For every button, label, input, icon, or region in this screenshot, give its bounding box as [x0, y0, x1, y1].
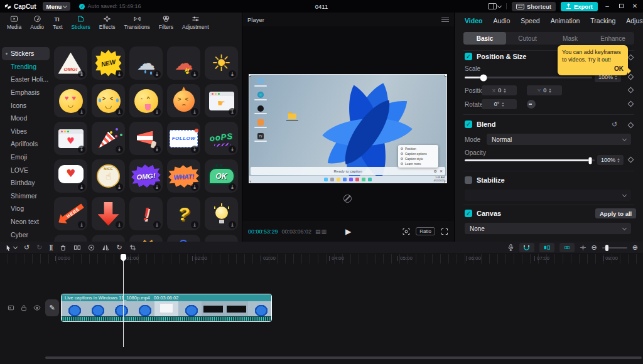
stepper-icon[interactable] [549, 88, 551, 93]
sticker-heart-speech-bubble[interactable]: ♥⤓ [54, 159, 87, 193]
preview-quality-icon[interactable]: ▤▥ [315, 228, 327, 235]
category-shimmer[interactable]: Shimmer [2, 190, 50, 203]
category-neon-text[interactable]: Neon text [2, 215, 50, 228]
category-vibes[interactable]: Vibes [2, 125, 50, 138]
download-icon[interactable]: ⤓ [191, 183, 198, 191]
download-icon[interactable]: ⤓ [78, 70, 85, 78]
sticker-party-popper[interactable]: ⤓ [92, 122, 125, 155]
position-y-field[interactable]: Y 0 [527, 85, 562, 95]
hide-track-icon[interactable] [33, 303, 41, 312]
download-icon[interactable]: ⤓ [116, 70, 123, 78]
download-icon[interactable]: ⤓ [78, 108, 85, 115]
tab-stickers[interactable]: Stickers [67, 13, 95, 33]
checkbox-unchecked[interactable]: ✓ [465, 176, 472, 184]
split-icon[interactable]: ][ [49, 245, 53, 250]
category-emoji[interactable]: Emoji [2, 151, 50, 164]
edit-cover-button[interactable]: ✎ [45, 299, 59, 316]
tab-animation[interactable]: Animation [551, 17, 580, 24]
tab-adjustment[interactable]: Adjustment [178, 13, 213, 33]
subtab-enhance[interactable]: Enhance [592, 32, 634, 45]
download-icon[interactable]: ⤓ [229, 146, 236, 153]
download-icon[interactable]: ⤓ [229, 183, 236, 191]
category-trending[interactable]: Trending [2, 60, 50, 73]
zoom-in-icon[interactable]: ⊕ [632, 244, 638, 251]
download-icon[interactable]: ⤓ [191, 70, 198, 78]
download-icon[interactable]: ⤓ [191, 221, 198, 228]
category-cyber[interactable]: Cyber [2, 228, 50, 241]
download-icon[interactable]: ⤓ [191, 146, 198, 153]
category-easter-holi-[interactable]: Easter Holi... [2, 73, 50, 86]
lock-track-icon[interactable] [19, 303, 28, 312]
download-icon[interactable]: ⤓ [153, 70, 161, 78]
video-preview[interactable]: 7z PositionCaption optionsCaption styleL… [249, 74, 447, 183]
tab-effects[interactable]: Effects [95, 13, 120, 33]
sticker-laughing-sun[interactable]: ☀◡⤓ [205, 46, 238, 80]
playhead-line[interactable] [123, 254, 124, 347]
download-icon[interactable]: ⤓ [116, 146, 123, 153]
download-icon[interactable]: ⤓ [153, 183, 161, 191]
download-icon[interactable]: ⤓ [116, 183, 123, 191]
minimize-button[interactable]: – [603, 0, 612, 13]
tab-text[interactable]: TI Text [48, 13, 67, 33]
shortcut-button[interactable]: Shortcut [512, 2, 556, 11]
category-stickers[interactable]: Stickers [2, 47, 50, 60]
category-vlog[interactable]: Vlog [2, 202, 50, 215]
sticker-new-burst[interactable]: NEW⤓ [92, 46, 125, 80]
layout-switch-button[interactable] [488, 3, 501, 9]
maximize-button[interactable] [617, 0, 625, 13]
sticker-here-arrow[interactable]: HERE⤓ [54, 197, 87, 230]
category-emphasis[interactable]: Emphasis [2, 86, 50, 99]
rotate-knob-icon[interactable] [527, 100, 536, 109]
stepper-icon[interactable] [615, 75, 617, 80]
download-icon[interactable]: ⤓ [191, 108, 198, 115]
tab-video[interactable]: Video [465, 17, 482, 24]
timeline-scrollbar[interactable] [45, 356, 642, 359]
tab-adjustment-settings[interactable]: Adjustment [626, 17, 643, 24]
sticker-omg-triangle[interactable]: OMG!⤓ [54, 46, 87, 80]
category-aprilfools[interactable]: Aprilfools [2, 137, 50, 151]
tab-audio-settings[interactable]: Audio [493, 17, 510, 24]
transform-handle[interactable] [445, 74, 447, 77]
delete-icon[interactable] [60, 244, 67, 252]
tooltip-ok-button[interactable]: OK [562, 65, 624, 72]
sticker-omg-comic[interactable]: OMG!⤓ [129, 159, 163, 193]
tab-speed[interactable]: Speed [521, 17, 539, 24]
export-button[interactable]: Export [561, 2, 598, 11]
timeline-clip[interactable]: Live captions in Windows 11_1080p.mp4 00… [61, 294, 272, 322]
sticker-angry-emoji[interactable]: ▲> <⌢⤓ [167, 84, 200, 117]
crop-icon[interactable] [129, 244, 136, 251]
download-icon[interactable]: ⤓ [116, 221, 123, 228]
stepper-icon[interactable] [502, 102, 504, 107]
keyframe-diamond-icon[interactable] [628, 157, 634, 163]
redo-icon[interactable]: ↻ [36, 244, 42, 251]
timeline-ruler[interactable]: 00:0001:0002:0003:0004:0005:0006:0007:00… [0, 254, 643, 264]
download-icon[interactable]: ⤓ [153, 108, 161, 115]
menu-button[interactable]: Menu [43, 2, 71, 11]
sticker-laugh-cry-emoji[interactable]: > <◡⤓ [92, 84, 125, 117]
download-icon[interactable]: ⤓ [78, 183, 85, 191]
tab-tracking[interactable]: Tracking [590, 17, 615, 24]
keyframe-diamond-icon[interactable] [628, 87, 634, 94]
canvas-background-dropdown[interactable]: None [465, 223, 631, 234]
sticker-like-window[interactable]: ☛⤓ [205, 84, 238, 117]
deselect-icon[interactable] [343, 195, 352, 203]
tab-media[interactable]: Media [3, 13, 26, 33]
position-x-field[interactable]: X 0 [482, 85, 517, 95]
stepper-icon[interactable] [617, 158, 620, 163]
sticker-oops-text[interactable]: ooPS⤓ [205, 122, 238, 155]
keyframe-diamond-icon[interactable] [628, 101, 634, 107]
sticker-red-down-arrow[interactable]: ⤓ [92, 197, 125, 230]
sticker-exclamation-mark[interactable]: !⤓ [129, 197, 163, 230]
download-icon[interactable]: ⤓ [229, 221, 236, 228]
subtab-mask[interactable]: Mask [549, 32, 592, 45]
keyframe-diamond-icon[interactable] [628, 74, 634, 80]
undo-icon[interactable]: ↺ [24, 244, 30, 251]
download-icon[interactable]: ⤓ [78, 221, 85, 228]
select-tool-icon[interactable] [5, 244, 17, 252]
flip-icon[interactable] [102, 244, 109, 251]
category-birthday[interactable]: Birthday [2, 176, 50, 190]
checkbox-checked[interactable]: ✓ [465, 53, 472, 60]
opacity-value-field[interactable]: 100% [597, 155, 624, 165]
timeline-zoom-slider[interactable] [602, 247, 627, 249]
close-button[interactable]: ✕ [630, 0, 639, 13]
